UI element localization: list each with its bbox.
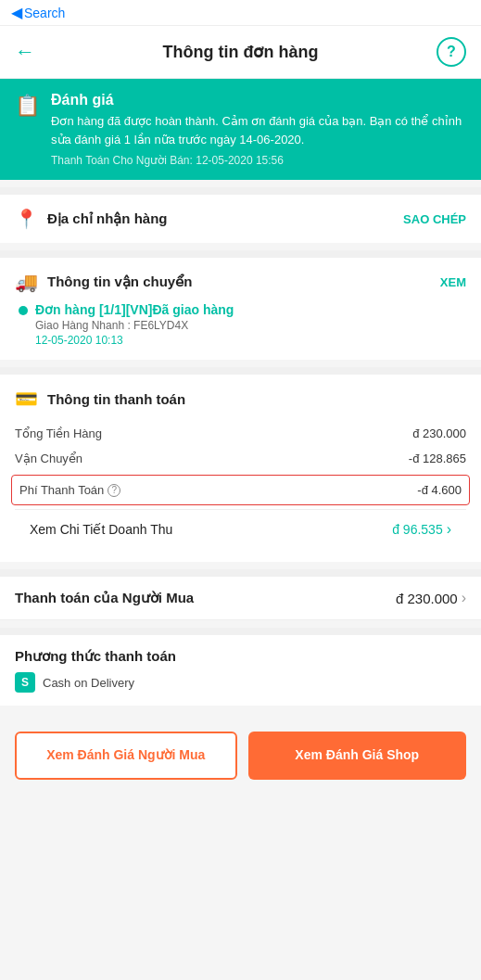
revenue-detail-row[interactable]: Xem Chi Tiết Doanh Thu đ 96.535 ›: [15, 509, 466, 549]
shipping-info: Đơn hàng [1/1][VN]Đã giao hàng Giao Hàng…: [35, 302, 466, 347]
status-bar: ◀ Search: [0, 0, 481, 26]
payment-info-icon: 💳: [15, 388, 38, 410]
shipping-tracking: Giao Hàng Nhanh : FE6LYD4X: [35, 319, 466, 332]
review-date: Thanh Toán Cho Người Bán: 12-05-2020 15:…: [51, 154, 466, 167]
shipping-view-button[interactable]: XEM: [440, 275, 466, 289]
help-button[interactable]: ?: [437, 37, 466, 67]
review-title: Đánh giá: [51, 92, 466, 108]
payment-info-label: Thông tin thanh toán: [47, 391, 185, 407]
revenue-amount: đ 96.535: [392, 522, 443, 537]
buyer-payment-section: Thanh toán của Người Mua đ 230.000 ›: [0, 577, 481, 620]
payment-fee-value: -đ 4.600: [417, 483, 462, 497]
revenue-value: đ 96.535 ›: [392, 521, 451, 538]
shipping-fee-label: Vận Chuyển: [15, 452, 82, 465]
shipping-date: 12-05-2020 10:13: [35, 334, 466, 347]
address-section: 📍 Địa chỉ nhận hàng SAO CHÉP: [0, 195, 481, 243]
review-content: Đánh giá Đơn hàng đã được hoàn thành. Cả…: [51, 92, 466, 167]
shipping-label: Thông tin vận chuyển: [47, 274, 192, 290]
payment-method-row: S Cash on Delivery: [15, 672, 466, 693]
divider-3: [0, 367, 481, 375]
total-goods-label: Tổng Tiền Hàng: [15, 426, 102, 440]
address-label: Địa chỉ nhận hàng: [47, 210, 168, 227]
payment-fee-row: Phí Thanh Toán ? -đ 4.600: [11, 475, 470, 505]
bottom-buttons: Xem Đánh Giá Người Mua Xem Đánh Giá Shop: [0, 720, 481, 802]
page-header: ← Thông tin đơn hàng ?: [0, 26, 481, 79]
shipping-fee-value: -đ 128.865: [409, 452, 466, 465]
buyer-payment-value: đ 230.000 ›: [396, 590, 466, 606]
revenue-label: Xem Chi Tiết Doanh Thu: [30, 522, 172, 537]
buyer-payment-label: Thanh toán của Người Mua: [15, 590, 194, 606]
status-back[interactable]: ◀ Search: [11, 4, 65, 21]
payment-method-name: Cash on Delivery: [43, 676, 134, 690]
payment-info-section: 💳 Thông tin thanh toán Tổng Tiền Hàng đ …: [0, 375, 481, 562]
review-icon: 📋: [15, 94, 40, 118]
buyer-payment-amount: đ 230.000: [396, 591, 458, 606]
review-buyer-button[interactable]: Xem Đánh Giá Người Mua: [15, 732, 237, 780]
copy-button[interactable]: SAO CHÉP: [403, 212, 466, 226]
total-goods-value: đ 230.000: [412, 426, 466, 440]
status-back-arrow: ◀: [11, 4, 22, 21]
review-shop-button[interactable]: Xem Đánh Giá Shop: [248, 732, 467, 780]
shipping-header: 🚚 Thông tin vận chuyển XEM: [15, 271, 466, 293]
status-back-label: Search: [24, 6, 65, 20]
shipping-header-left: 🚚 Thông tin vận chuyển: [15, 271, 192, 293]
shipping-dot: [19, 306, 28, 315]
payment-fee-info-icon[interactable]: ?: [108, 484, 120, 497]
shipping-section: 🚚 Thông tin vận chuyển XEM Đơn hàng [1/1…: [0, 258, 481, 360]
page-title: Thông tin đơn hàng: [44, 42, 437, 62]
shipping-status-text: Đơn hàng [1/1][VN]Đã giao hàng: [35, 302, 466, 317]
cod-icon: S: [15, 672, 35, 693]
shipping-status: Đơn hàng [1/1][VN]Đã giao hàng Giao Hàng…: [15, 302, 466, 347]
divider-2: [0, 250, 481, 258]
back-button[interactable]: ←: [15, 40, 44, 64]
payment-fee-label: Phí Thanh Toán ?: [19, 483, 120, 497]
divider-5: [0, 628, 481, 635]
divider-1: [0, 187, 481, 195]
buyer-payment-row[interactable]: Thanh toán của Người Mua đ 230.000 ›: [0, 577, 481, 620]
address-left: 📍 Địa chỉ nhận hàng: [15, 208, 168, 230]
shipping-icon: 🚚: [15, 271, 38, 293]
payment-info-header: 💳 Thông tin thanh toán: [15, 388, 466, 410]
review-description: Đơn hàng đã được hoàn thành. Cảm ơn đánh…: [51, 112, 466, 148]
review-banner: 📋 Đánh giá Đơn hàng đã được hoàn thành. …: [0, 79, 481, 180]
buyer-payment-chevron: ›: [462, 590, 466, 606]
divider-4: [0, 569, 481, 577]
revenue-chevron: ›: [447, 521, 451, 538]
total-goods-row: Tổng Tiền Hàng đ 230.000: [15, 421, 466, 446]
payment-method-title: Phương thức thanh toán: [15, 648, 466, 665]
shipping-fee-row: Vận Chuyển -đ 128.865: [15, 446, 466, 471]
location-icon: 📍: [15, 208, 38, 230]
payment-method-section: Phương thức thanh toán S Cash on Deliver…: [0, 635, 481, 706]
